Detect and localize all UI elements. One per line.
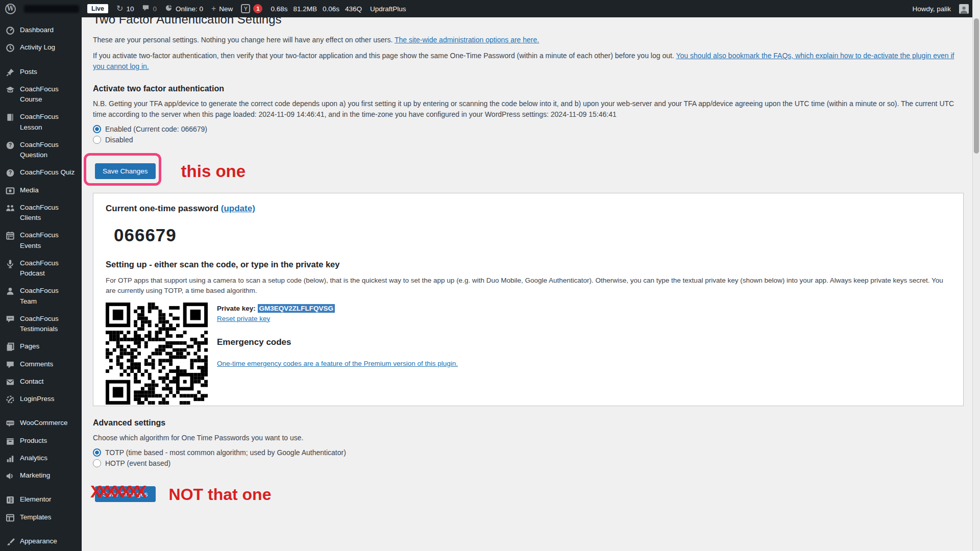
intro-paragraph-2: If you activate two-factor authenticatio… — [93, 51, 964, 72]
online-indicator[interactable]: Online: 0 — [165, 4, 203, 13]
sidebar-item-coachfocus-lesson[interactable]: CoachFocus Lesson — [0, 108, 82, 136]
sidebar-item-appearance[interactable]: Appearance — [0, 533, 82, 550]
radio-selected-icon[interactable] — [93, 125, 101, 133]
sidebar-item-coachfocus-podcast[interactable]: CoachFocus Podcast — [0, 255, 82, 283]
sidebar-item-activity-log[interactable]: Activity Log — [0, 39, 82, 56]
main-content: Two Factor Authentication Settings These… — [82, 0, 980, 503]
comments-count: 0 — [153, 5, 157, 13]
sidebar-item-coachfocus-course[interactable]: CoachFocus Course — [0, 81, 82, 109]
woocommerce-icon: WOO — [6, 419, 15, 428]
analytics-icon — [6, 454, 15, 463]
sidebar-item-media[interactable]: Media — [0, 182, 82, 199]
sidebar-item-dashboard[interactable]: Dashboard — [0, 21, 82, 39]
sidebar-separator — [0, 484, 82, 491]
sidebar-item-label: Products — [20, 436, 75, 446]
performance-stats: 0.68s 81.2MB 0.06s 436Q — [271, 5, 362, 13]
live-badge[interactable]: Live — [87, 4, 108, 13]
sidebar-item-coachfocus-clients[interactable]: CoachFocus Clients — [0, 199, 82, 227]
private-key-column: Private key: GM3EQV2ZLFLFQVSG Reset priv… — [217, 303, 458, 368]
sidebar-item-contact[interactable]: Contact — [0, 373, 82, 390]
setup-heading: Setting up - either scan the code, or ty… — [106, 260, 951, 269]
updraftplus-menu[interactable]: UpdraftPlus — [370, 5, 406, 13]
sidebar: DashboardActivity LogPostsCoachFocus Cou… — [0, 17, 82, 551]
updates-indicator[interactable]: ↻ 10 — [116, 5, 134, 13]
sidebar-item-coachfocus-question[interactable]: ?CoachFocus Question — [0, 136, 82, 164]
setup-paragraph: For OTP apps that support using a camera… — [106, 276, 951, 296]
sidebar-item-marketing[interactable]: Marketing — [0, 467, 82, 484]
annotation-not-that-one: NOT that one — [169, 486, 272, 503]
sidebar-item-coachfocus-testimonials[interactable]: CoachFocus Testimonials — [0, 310, 82, 338]
howdy-label[interactable]: Howdy, palik — [912, 5, 951, 13]
sidebar-item-label: Posts — [20, 67, 75, 77]
sidebar-item-pages[interactable]: Pages — [0, 338, 82, 355]
svg-text:?: ? — [9, 142, 12, 148]
sidebar-item-label: CoachFocus Clients — [20, 203, 75, 223]
svg-text:WOO: WOO — [7, 421, 14, 424]
sidebar-item-posts[interactable]: Posts — [0, 63, 82, 81]
emergency-codes-heading: Emergency codes — [217, 337, 458, 347]
updates-count: 10 — [126, 5, 134, 13]
sidebar-item-coachfocus-quiz[interactable]: ?CoachFocus Quiz — [0, 164, 82, 181]
yoast-menu[interactable]: Y 1 — [241, 4, 262, 13]
scrollbar-thumb[interactable] — [974, 18, 979, 154]
appearance-icon — [6, 537, 15, 546]
save-changes-button-top[interactable]: Save Changes — [95, 163, 156, 179]
private-key-row: Private key: GM3EQV2ZLFLFQVSG — [217, 305, 458, 312]
sidebar-item-label: CoachFocus Team — [20, 286, 75, 307]
sidebar-separator — [0, 57, 82, 63]
radio-unselected-icon[interactable] — [93, 459, 101, 467]
media-icon — [6, 186, 15, 195]
reset-private-key-link[interactable]: Reset private key — [217, 315, 270, 322]
coachfocus-question-icon: ? — [6, 141, 15, 150]
pie-chart-icon — [165, 4, 173, 13]
hotp-label: HOTP (event based) — [105, 459, 170, 467]
premium-emergency-codes-link[interactable]: One-time emergency codes are a feature o… — [217, 360, 458, 367]
sidebar-item-loginpress[interactable]: LoginPress — [0, 390, 82, 408]
contact-icon — [6, 378, 15, 387]
comment-bubble-icon — [142, 4, 150, 13]
coachfocus-podcast-icon — [6, 259, 15, 268]
stat-time: 0.68s — [271, 5, 287, 13]
site-wide-options-link[interactable]: The site-wide administration options are… — [395, 36, 539, 44]
sidebar-item-woocommerce[interactable]: WOOWooCommerce — [0, 414, 82, 432]
sidebar-separator — [0, 526, 82, 533]
wordpress-logo-icon[interactable]: W — [5, 4, 16, 14]
save-changes-button-bottom[interactable]: Save Changes — [95, 486, 156, 502]
templates-icon — [6, 513, 15, 522]
site-name-redacted[interactable] — [24, 5, 79, 13]
yoast-notification-badge: 1 — [253, 4, 262, 13]
plus-icon: + — [211, 5, 216, 13]
sidebar-item-label: Media — [20, 185, 75, 195]
sidebar-item-elementor[interactable]: Elementor — [0, 491, 82, 508]
qr-section: Private key: GM3EQV2ZLFLFQVSG Reset priv… — [106, 303, 951, 396]
sidebar-item-coachfocus-team[interactable]: CoachFocus Team — [0, 282, 82, 310]
sidebar-item-products[interactable]: Products — [0, 432, 82, 449]
advanced-settings-heading: Advanced settings — [93, 418, 964, 428]
stat-memory: 81.2MB — [293, 5, 317, 13]
radio-unselected-icon[interactable] — [93, 136, 101, 144]
scrollbar-track[interactable] — [972, 0, 980, 551]
sidebar-item-comments[interactable]: Comments — [0, 356, 82, 373]
sidebar-item-label: CoachFocus Question — [20, 140, 75, 161]
sidebar-item-analytics[interactable]: Analytics — [0, 449, 82, 467]
sidebar-item-label: Appearance — [20, 536, 75, 546]
hotp-radio[interactable]: HOTP (event based) — [93, 459, 964, 467]
tfa-disabled-radio[interactable]: Disabled — [93, 136, 964, 144]
tfa-enabled-radio[interactable]: Enabled (Current code: 066679) — [93, 125, 964, 133]
sidebar-item-label: CoachFocus Quiz — [20, 167, 75, 178]
sidebar-item-label: Elementor — [20, 494, 75, 505]
intro-2-text: If you activate two-factor authenticatio… — [93, 52, 674, 60]
sidebar-item-coachfocus-events[interactable]: CoachFocus Events — [0, 227, 82, 255]
comments-indicator[interactable]: 0 — [142, 4, 157, 13]
totp-radio[interactable]: TOTP (time based - most common algorithm… — [93, 448, 964, 457]
sidebar-item-templates[interactable]: Templates — [0, 509, 82, 526]
annotation-this-one: this one — [181, 163, 246, 180]
sidebar-item-label: CoachFocus Course — [20, 84, 75, 105]
sidebar-item-label: Analytics — [20, 453, 75, 463]
posts-icon — [6, 68, 15, 77]
new-menu[interactable]: + New — [211, 5, 233, 13]
radio-selected-icon[interactable] — [93, 448, 101, 457]
marketing-icon — [6, 471, 15, 481]
sidebar-separator — [0, 408, 82, 414]
update-otp-link[interactable]: (update) — [221, 204, 255, 213]
